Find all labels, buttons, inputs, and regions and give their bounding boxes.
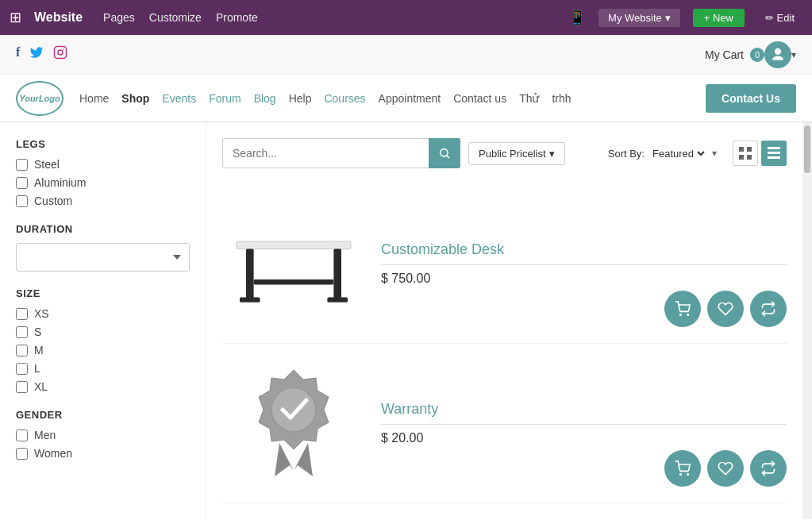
svg-rect-11 (768, 156, 780, 159)
add-to-cart-button-desk[interactable] (664, 291, 701, 327)
search-button[interactable] (429, 138, 460, 168)
legs-filter: LEGS Steel Aluminium Custom (16, 138, 190, 207)
svg-point-1 (58, 50, 63, 55)
svg-rect-16 (327, 297, 348, 302)
product-name-desk[interactable]: Customizable Desk (381, 241, 787, 258)
product-row: Customizable Desk $ 750.00 (222, 184, 787, 344)
site-title[interactable]: Website (34, 10, 83, 25)
gender-men[interactable]: Men (16, 429, 190, 441)
svg-point-2 (63, 48, 65, 50)
nav-blog[interactable]: Blog (254, 92, 276, 105)
my-website-button[interactable]: My Website ▾ (598, 9, 680, 27)
svg-marker-22 (275, 443, 294, 476)
product-info-desk: Customizable Desk $ 750.00 (381, 241, 787, 286)
nav-home[interactable]: Home (79, 92, 109, 105)
view-toggle (733, 141, 787, 166)
customize-nav[interactable]: Customize (149, 11, 202, 24)
svg-rect-6 (747, 147, 752, 152)
cart-label[interactable]: My Cart (705, 48, 744, 61)
product-name-warranty[interactable]: Warranty (381, 401, 787, 418)
nav-courses[interactable]: Courses (324, 92, 365, 105)
nav-thu[interactable]: Thử (519, 92, 539, 105)
pricelist-button[interactable]: Public Pricelist ▾ (468, 142, 565, 165)
product-list: Customizable Desk $ 750.00 (222, 184, 787, 503)
size-s[interactable]: S (16, 326, 190, 338)
search-sort-bar: Public Pricelist ▾ Sort By: Featured ▾ (222, 138, 787, 168)
product-price-desk: $ 750.00 (381, 272, 787, 286)
scroll-thumb[interactable] (804, 125, 810, 173)
product-info-warranty: Warranty $ 20.00 (381, 401, 787, 445)
nav-contact-us[interactable]: Contact us (453, 92, 506, 105)
user-dropdown-arrow[interactable]: ▾ (791, 49, 796, 60)
svg-point-21 (271, 387, 316, 432)
svg-point-19 (687, 314, 689, 316)
svg-rect-17 (254, 279, 334, 284)
legs-custom[interactable]: Custom (16, 195, 190, 207)
gender-filter: GENDER Men Women (16, 409, 190, 460)
mobile-preview-icon[interactable]: 📱 (568, 9, 586, 26)
user-avatar[interactable] (764, 41, 791, 68)
instagram-icon[interactable] (53, 45, 67, 64)
size-l[interactable]: L (16, 362, 190, 375)
wishlist-button-desk[interactable] (707, 291, 744, 327)
twitter-icon[interactable] (29, 45, 44, 64)
grid-view-button[interactable] (733, 141, 758, 166)
facebook-icon[interactable]: f (16, 45, 20, 64)
edit-button[interactable]: ✏ Edit (757, 9, 802, 27)
product-row-warranty: Warranty $ 20.00 (222, 344, 787, 503)
scrollbar[interactable] (802, 122, 812, 519)
grid-icon[interactable]: ⊞ (10, 9, 21, 26)
product-image-badge (222, 360, 365, 487)
wishlist-button-warranty[interactable] (707, 450, 744, 487)
legs-steel[interactable]: Steel (16, 158, 190, 171)
contact-us-button[interactable]: Contact Us (706, 84, 796, 113)
svg-point-3 (441, 149, 448, 156)
search-input[interactable] (222, 138, 460, 168)
duration-select[interactable] (16, 243, 190, 272)
search-input-wrap (222, 138, 460, 168)
nav-shop[interactable]: Shop (121, 92, 149, 105)
cart-badge: 0 (750, 48, 764, 62)
main-content: LEGS Steel Aluminium Custom DURATION SIZ… (0, 122, 812, 519)
product-image-desk (222, 200, 365, 327)
logo-box[interactable]: YourLogo (16, 81, 63, 116)
svg-rect-13 (246, 249, 254, 300)
sort-area: Sort By: Featured ▾ (608, 147, 717, 160)
new-button[interactable]: + New (693, 9, 745, 27)
svg-marker-23 (294, 443, 313, 476)
svg-rect-9 (768, 147, 780, 149)
sort-select[interactable]: Featured (649, 147, 707, 160)
svg-point-18 (680, 314, 682, 316)
compare-button-desk[interactable] (750, 291, 787, 327)
svg-rect-8 (747, 155, 752, 160)
svg-rect-14 (333, 249, 341, 300)
svg-point-24 (680, 474, 682, 476)
add-to-cart-button-warranty[interactable] (664, 450, 701, 487)
admin-nav: Pages Customize Promote (103, 11, 258, 24)
svg-rect-15 (240, 297, 260, 302)
nav-help[interactable]: Help (289, 92, 312, 105)
duration-filter: DURATION (16, 223, 190, 272)
gender-women[interactable]: Women (16, 447, 190, 460)
list-view-button[interactable] (761, 141, 787, 166)
nav-trhh[interactable]: trhh (552, 92, 571, 105)
sidebar: LEGS Steel Aluminium Custom DURATION SIZ… (0, 122, 206, 519)
svg-rect-5 (739, 147, 744, 152)
legs-title: LEGS (16, 138, 190, 150)
size-xs[interactable]: XS (16, 307, 190, 320)
nav-events[interactable]: Events (162, 92, 196, 105)
product-actions-desk (664, 291, 787, 327)
nav-bar: YourLogo Home Shop Events Forum Blog Hel… (0, 75, 812, 122)
nav-appointment[interactable]: Appointment (379, 92, 441, 105)
cart-area[interactable]: My Cart 0 (705, 48, 764, 62)
pages-nav[interactable]: Pages (103, 11, 135, 24)
product-actions-warranty (664, 450, 787, 487)
size-m[interactable]: M (16, 344, 190, 356)
compare-button-warranty[interactable] (750, 450, 787, 487)
nav-forum[interactable]: Forum (209, 92, 241, 105)
size-xl[interactable]: XL (16, 380, 190, 393)
logo[interactable]: YourLogo (16, 81, 63, 116)
nav-links: Home Shop Events Forum Blog Help Courses… (79, 92, 706, 105)
promote-nav[interactable]: Promote (216, 11, 258, 24)
legs-aluminium[interactable]: Aluminium (16, 176, 190, 189)
